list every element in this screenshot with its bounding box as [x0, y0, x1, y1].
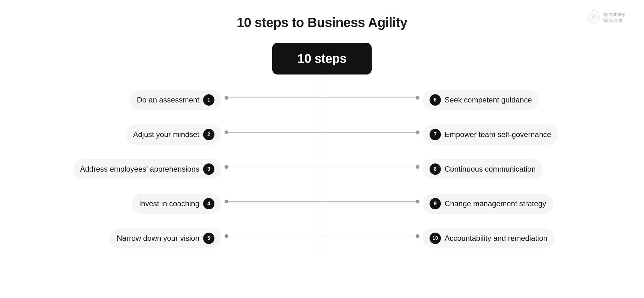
step-10-badge: 10	[430, 233, 441, 244]
diagram: 10 steps Do an assessment 1 Adjust your …	[0, 36, 644, 282]
svg-point-11	[416, 165, 419, 169]
step-9-label: Change management strategy	[445, 199, 546, 208]
step-8-badge: 8	[430, 163, 441, 175]
step-7-pill: 7 Empower team self-governance	[423, 124, 558, 145]
step-9-pill: 9 Change management strategy	[423, 194, 553, 214]
page-title: 10 steps to Business Agility	[0, 0, 644, 30]
logo-line2: Solutions	[603, 17, 625, 23]
logo-line1: Symphony	[603, 11, 625, 17]
step-2-badge: 2	[203, 129, 214, 140]
center-box: 10 steps	[272, 43, 372, 74]
svg-point-9	[416, 96, 419, 100]
logo-icon	[586, 10, 600, 24]
step-9-badge: 9	[430, 198, 441, 209]
svg-point-10	[416, 130, 419, 134]
svg-point-13	[416, 234, 419, 238]
step-5-badge: 5	[203, 233, 214, 244]
step-6-label: Seek competent guidance	[445, 96, 532, 104]
step-2-pill: Adjust your mindset 2	[126, 124, 221, 145]
step-4-pill: Invest in coaching 4	[132, 194, 221, 214]
step-5-pill: Narrow down your vision 5	[110, 228, 221, 248]
step-2-label: Adjust your mindset	[133, 130, 199, 139]
step-3-pill: Address employees' apprehensions 3	[73, 159, 221, 179]
step-1-pill: Do an assessment 1	[130, 90, 221, 110]
svg-point-8	[225, 234, 228, 238]
step-10-label: Accountability and remediation	[445, 234, 547, 243]
svg-point-1	[592, 15, 595, 19]
step-7-label: Empower team self-governance	[445, 130, 551, 139]
svg-point-12	[416, 200, 419, 203]
svg-point-7	[225, 200, 228, 203]
svg-point-3	[225, 96, 228, 100]
step-3-badge: 3	[203, 163, 214, 175]
step-3-label: Address employees' apprehensions	[80, 165, 199, 174]
step-4-label: Invest in coaching	[139, 199, 199, 208]
step-6-badge: 6	[430, 94, 441, 106]
step-4-badge: 4	[203, 198, 214, 209]
step-1-label: Do an assessment	[137, 96, 199, 104]
step-5-label: Narrow down your vision	[117, 234, 199, 243]
step-6-pill: 6 Seek competent guidance	[423, 90, 539, 110]
step-8-pill: 8 Continuous communication	[423, 159, 543, 179]
logo: Symphony Solutions	[586, 10, 625, 24]
step-7-badge: 7	[430, 129, 441, 140]
svg-point-5	[225, 130, 228, 134]
step-8-label: Continuous communication	[445, 165, 536, 174]
step-1-badge: 1	[203, 94, 214, 106]
svg-point-6	[225, 165, 228, 169]
step-10-pill: 10 Accountability and remediation	[423, 228, 554, 248]
